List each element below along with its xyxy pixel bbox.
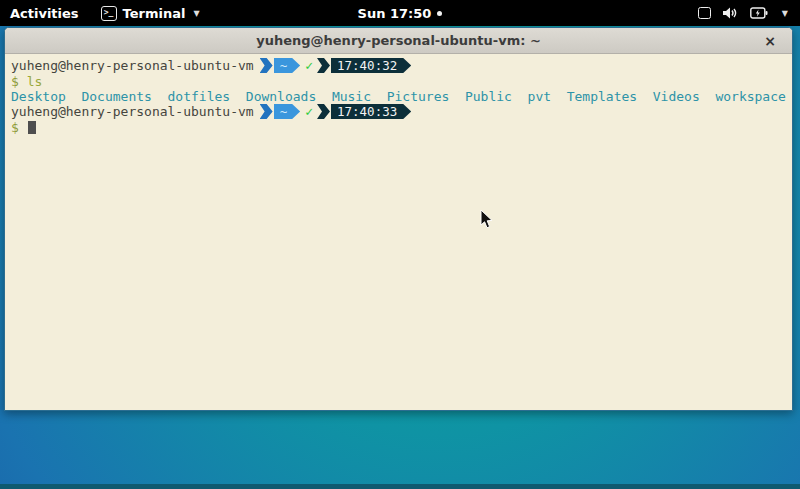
typed-command: ls: [27, 74, 43, 89]
prompt-timestamp: 17:40:33: [331, 104, 411, 119]
powerline-segments: ~ ✓ 17:40:33: [260, 104, 412, 119]
prompt-dollar: $: [11, 74, 19, 89]
window-title: yuheng@henry-personal-ubuntu-vm: ~: [256, 33, 541, 48]
terminal-app-icon: >_: [101, 6, 117, 21]
app-menu-label: Terminal: [123, 6, 186, 21]
clock[interactable]: Sun 17:50: [358, 6, 432, 21]
close-button[interactable]: ×: [760, 28, 780, 54]
powerline-chevron-icon: [260, 58, 273, 73]
activities-button[interactable]: Activities: [0, 0, 91, 26]
window-titlebar[interactable]: yuheng@henry-personal-ubuntu-vm: ~ ×: [5, 28, 792, 54]
text-cursor: [28, 121, 36, 134]
terminal-content[interactable]: yuheng@henry-personal-ubuntu-vm ~ ✓ 17:4…: [5, 54, 792, 410]
prompt-directory: ~: [274, 58, 301, 73]
powerline-chevron-icon: [317, 58, 330, 73]
notification-dot-icon: [437, 11, 442, 16]
top-bar: Activities >_ Terminal ▼ Sun 17:50 ▼: [0, 0, 800, 26]
powerline-segments: ~ ✓ 17:40:32: [260, 58, 412, 73]
terminal-window: yuheng@henry-personal-ubuntu-vm: ~ × yuh…: [4, 27, 793, 411]
system-status-area[interactable]: ▼: [698, 0, 800, 26]
chevron-down-icon: ▼: [782, 9, 788, 18]
prompt-user: yuheng@henry-personal-ubuntu-vm: [11, 58, 254, 73]
volume-icon: [723, 6, 738, 20]
input-line[interactable]: $: [11, 120, 36, 135]
prompt-dollar: $: [11, 120, 19, 135]
status-check-icon: ✓: [305, 104, 313, 119]
app-menu-terminal[interactable]: >_ Terminal ▼: [91, 0, 210, 26]
status-check-icon: ✓: [305, 58, 313, 73]
desktop-bottom-strip: [0, 484, 800, 489]
powerline-chevron-icon: [260, 104, 273, 119]
battery-charging-icon: [750, 7, 768, 19]
desktop: { "top_bar": { "activities_label": "Acti…: [0, 0, 800, 489]
ls-output: Desktop Documents dotfiles Downloads Mus…: [11, 89, 786, 104]
chevron-down-icon: ▼: [193, 9, 199, 18]
prompt-directory: ~: [274, 104, 301, 119]
screen-icon: [698, 7, 711, 19]
prompt-line-1: yuheng@henry-personal-ubuntu-vm ~ ✓ 17:4…: [11, 58, 411, 73]
mouse-cursor-icon: [480, 209, 494, 230]
prompt-user: yuheng@henry-personal-ubuntu-vm: [11, 104, 254, 119]
command-line: $ ls: [11, 74, 42, 89]
prompt-line-2: yuheng@henry-personal-ubuntu-vm ~ ✓ 17:4…: [11, 104, 411, 119]
powerline-chevron-icon: [317, 104, 330, 119]
prompt-timestamp: 17:40:32: [331, 58, 411, 73]
